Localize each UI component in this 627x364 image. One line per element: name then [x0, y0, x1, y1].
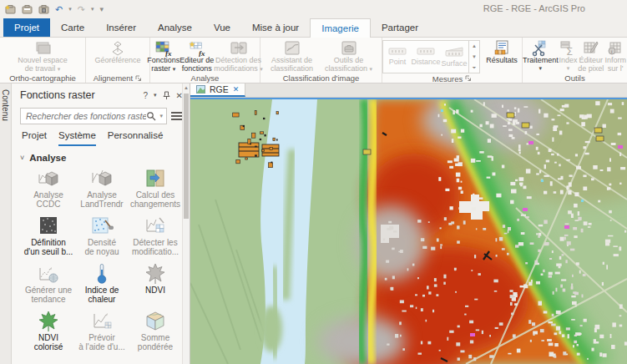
- tab-imagerie[interactable]: Imagerie: [310, 18, 371, 38]
- change-detection-icon: [230, 40, 248, 57]
- panel-title: Fonctions raster: [20, 89, 144, 101]
- function-definition-seuil[interactable]: Définitiond'un seuil b...: [22, 212, 75, 260]
- group-label: Alignement: [94, 73, 134, 83]
- scrollbar-thumb[interactable]: [184, 94, 189, 219]
- close-map-icon[interactable]: ✕: [233, 85, 240, 94]
- function-detecter-modifications[interactable]: Détecter lesmodificatio...: [129, 212, 182, 260]
- function-calcul-changements[interactable]: Calcul deschangements: [129, 164, 182, 212]
- surface-button: Surface: [440, 41, 468, 73]
- group-classification-image: Assistant de classification Outils de cl…: [260, 38, 382, 83]
- group-ortho-cartographie: Nouvel espace de travail ▾ Ortho-cartogr…: [0, 38, 86, 83]
- chevron-down-icon: ˅: [20, 154, 24, 162]
- tab-partager[interactable]: Partager: [371, 18, 429, 37]
- function-somme-ponderee[interactable]: Sommepondérée: [129, 307, 182, 355]
- function-densite-noyau[interactable]: Densitéde noyau: [75, 212, 129, 260]
- informations-image-button: i Inform sur l': [604, 38, 627, 73]
- contenu-collapsed-tab[interactable]: Contenu: [0, 83, 12, 364]
- weighted-sum-cube-icon: [143, 309, 168, 334]
- map-view: RGE ✕: [190, 83, 627, 364]
- editeur-fonctions-button[interactable]: fx Editeur de fonctions: [180, 38, 214, 73]
- function-ndvi[interactable]: NDVI: [129, 260, 182, 307]
- partial-item-icon: [36, 356, 61, 364]
- search-box[interactable]: ▾: [20, 108, 167, 124]
- point-ruler-icon: [388, 48, 407, 55]
- customize-qat-icon[interactable]: ▾: [99, 5, 104, 13]
- tab-mise-a-jour[interactable]: Mise à jour: [241, 18, 310, 37]
- pin-icon[interactable]: [163, 91, 170, 100]
- landtrendr-cube-icon: [89, 166, 114, 191]
- function-indice-chaleur[interactable]: Indice dechaleur: [75, 260, 129, 307]
- save-project-icon[interactable]: [38, 4, 49, 14]
- function-prevoir[interactable]: Prévoirà l'aide d'u...: [75, 307, 129, 355]
- tab-projet[interactable]: Projet: [3, 18, 50, 37]
- title-bar: ↶▾ ↷▾ ▾ RGE - RGE - ArcGIS Pro: [0, 0, 627, 18]
- forecast-icon: [89, 309, 114, 334]
- gallery-up-icon[interactable]: ▲: [469, 41, 479, 52]
- search-icon[interactable]: [146, 111, 157, 121]
- georeference-icon: [109, 40, 126, 57]
- gallery-down-icon[interactable]: ▼: [469, 52, 479, 63]
- workspace-icon: [34, 40, 51, 57]
- tab-carte[interactable]: Carte: [50, 18, 95, 37]
- new-project-icon[interactable]: [5, 4, 16, 14]
- detection-modifications-button: Détection des modifications ▾: [214, 38, 263, 73]
- open-project-icon[interactable]: [22, 4, 33, 14]
- tab-vue[interactable]: Vue: [203, 18, 241, 37]
- svg-text:i: i: [611, 49, 612, 54]
- map-canvas[interactable]: [190, 98, 627, 364]
- gallery-more-icon[interactable]: ⏷: [469, 63, 479, 73]
- redo-icon: ↷: [78, 2, 85, 17]
- panel-menu-icon[interactable]: ▾: [154, 92, 157, 99]
- svg-text:Σ: Σ: [566, 45, 573, 57]
- scroll-up-icon[interactable]: ▲: [183, 83, 190, 92]
- index-button: Σ Index ▾: [559, 38, 579, 72]
- undo-dropdown-icon[interactable]: ▾: [68, 6, 72, 13]
- group-analyse: fx Fonctions raster ▾ fx Editeur de fonc…: [150, 38, 260, 83]
- tab-analyse[interactable]: Analyse: [147, 18, 203, 37]
- map-tab-rge[interactable]: RGE ✕: [190, 83, 245, 97]
- raster-functions-panel: Fonctions raster ? ▾ ✕ ▾ Projet Système …: [12, 83, 190, 364]
- dialog-launcher-icon[interactable]: [135, 75, 142, 82]
- resultats-button[interactable]: Résultats: [482, 38, 522, 65]
- traitement-button[interactable]: Traitement ▾: [523, 38, 559, 72]
- help-icon[interactable]: ?: [144, 91, 149, 100]
- image-info-icon: i: [607, 40, 624, 57]
- editeur-pixel-button: Éditeur de pixel: [578, 38, 604, 73]
- section-analyse[interactable]: ˅ Analyse: [12, 146, 190, 164]
- map-thumbnail-icon: [196, 85, 205, 94]
- dialog-launcher-icon[interactable]: [465, 75, 472, 82]
- distance-ruler-icon: [417, 48, 435, 55]
- redo-dropdown-icon[interactable]: ▾: [91, 6, 94, 13]
- index-icon: Σ: [559, 40, 576, 57]
- change-calc-icon: [143, 166, 168, 191]
- leaf-grey-icon: [143, 261, 168, 286]
- panel-tab-personnalise[interactable]: Personnalisé: [108, 130, 163, 146]
- function-analyse-landtrendr[interactable]: AnalyseLandTrendr: [75, 164, 129, 212]
- distance-button: Distance: [412, 41, 440, 73]
- tab-inserer[interactable]: Insérer: [95, 18, 147, 37]
- function-editor-icon: fx: [188, 40, 206, 57]
- measure-gallery: Point Distance Surface ▲ ▼ ⏷: [382, 40, 480, 73]
- panel-scrollbar[interactable]: ▲: [182, 83, 190, 364]
- undo-icon[interactable]: ↶: [55, 2, 63, 17]
- search-input[interactable]: [26, 111, 146, 121]
- function-analyse-ccdc[interactable]: AnalyseCCDC: [22, 164, 75, 212]
- function-partial-2: [75, 355, 129, 364]
- kernel-density-icon: [89, 214, 114, 239]
- panel-tab-systeme[interactable]: Système: [58, 130, 96, 146]
- pixel-editor-icon: [583, 40, 599, 57]
- fonctions-raster-button[interactable]: fx Fonctions raster ▾: [147, 38, 180, 73]
- warehouse-hatched: [262, 144, 279, 156]
- detect-change-icon: [143, 214, 168, 239]
- group-alignement: Géoréférence Alignement: [86, 38, 150, 83]
- panel-hamburger-icon[interactable]: [171, 111, 183, 121]
- group-label: Classification d'image: [283, 73, 360, 83]
- heat-index-thermometer-icon: [89, 261, 114, 286]
- panel-tab-projet[interactable]: Projet: [22, 130, 47, 146]
- function-generer-tendance[interactable]: Générer unetendance: [22, 260, 75, 307]
- map-tab-label: RGE: [210, 84, 229, 94]
- search-options-icon[interactable]: ▾: [159, 113, 163, 119]
- function-ndvi-colorise[interactable]: NDVIcolorisé: [22, 307, 75, 355]
- leaf-green-icon: [36, 309, 61, 334]
- group-outils: Traitement ▾ Σ Index ▾ Éditeur de pixel …: [523, 38, 627, 83]
